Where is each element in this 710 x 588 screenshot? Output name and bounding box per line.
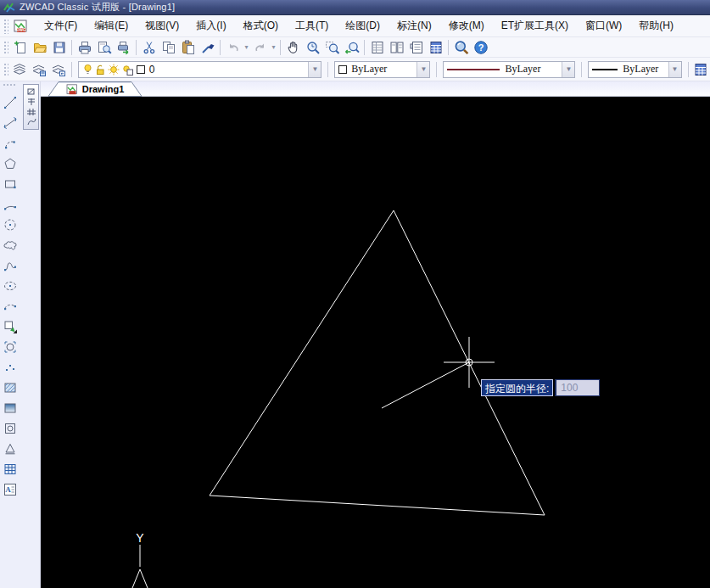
spline-button[interactable] [0,255,20,276]
linetype-combo[interactable]: ByLayer ▼ [443,61,575,78]
redo-button[interactable] [250,38,270,57]
dynamic-input-value[interactable]: 100 [555,379,600,396]
menu-draw[interactable]: 绘图(D) [337,16,389,36]
search-button[interactable] [451,38,471,57]
save-button[interactable] [49,38,69,57]
match-properties-button[interactable] [198,38,217,57]
cut-button[interactable] [139,38,159,57]
layer-previous-button[interactable] [49,60,69,79]
donut-button[interactable] [0,418,20,439]
design-center-button[interactable] [387,38,406,57]
rubber-band-line [382,362,469,408]
insert-block-button[interactable] [0,316,20,337]
standard-toolbar-grip[interactable] [3,41,8,54]
arc-button[interactable] [0,194,20,215]
print-preview-button[interactable] [94,38,114,57]
circle-button[interactable] [0,215,20,235]
menu-window[interactable]: 窗口(W) [577,16,630,36]
toolbar-separator [136,40,137,55]
layer-unlock-icon[interactable] [95,64,106,76]
region-button[interactable] [0,439,20,459]
menu-edit[interactable]: 编辑(E) [86,16,137,36]
lineweight-combo-dropdown-icon[interactable]: ▼ [668,62,681,77]
color-combo-dropdown-icon[interactable]: ▼ [416,62,429,77]
drawing-canvas[interactable]: Y 指定圆的半径: 100 [41,97,710,588]
layer-combo[interactable]: 0 ▼ [78,61,322,78]
menu-dimension[interactable]: 标注(N) [389,16,440,36]
undo-dropdown-icon[interactable]: ▾ [243,43,250,51]
color-combo[interactable]: ByLayer ▼ [334,61,430,78]
hatch-button[interactable] [0,378,20,398]
zwcad-logo-icon [3,3,15,13]
layer-toolbar-grip[interactable] [3,63,8,76]
copy-button[interactable] [159,38,178,57]
pan-button[interactable] [283,38,303,57]
redo-icon [253,40,268,55]
new-button[interactable] [10,38,30,57]
rectangle-button[interactable] [0,174,20,194]
mini-tool-4-button[interactable] [25,117,37,127]
tab-drawing1[interactable]: Drawing1 [48,81,143,97]
menu-modify[interactable]: 修改(M) [440,16,493,36]
layer-combo-dropdown-icon[interactable]: ▼ [308,62,321,77]
menu-tools[interactable]: 工具(T) [287,16,337,36]
construction-line-button[interactable] [0,113,20,133]
polygon-button[interactable] [0,154,20,174]
menubar-grip[interactable] [3,19,8,34]
mini-tool-3-button[interactable] [25,107,37,117]
help-button[interactable]: ? [471,38,490,57]
undo-button[interactable] [223,38,243,57]
point-button[interactable] [0,357,20,378]
layer-properties-button[interactable] [10,60,30,79]
mini-tool-3-icon [26,108,36,116]
print-preview-icon [97,40,112,55]
menu-format[interactable]: 格式(O) [235,16,287,36]
tool-palettes-button[interactable] [406,38,426,57]
layer-properties-icon [12,62,27,77]
layer-bulb-icon[interactable] [82,64,93,76]
layer-states-button[interactable] [30,60,49,79]
paste-button[interactable] [178,38,198,57]
redo-dropdown-icon[interactable]: ▾ [270,43,277,51]
mtext-button[interactable]: A [0,479,20,500]
menu-file[interactable]: 文件(F) [36,16,86,36]
construction-line-icon [3,115,18,131]
ellipse-arc-button[interactable] [0,296,20,316]
draw-toolbar-grip[interactable] [3,83,16,87]
layer-sun-viewport-icon[interactable] [121,64,133,76]
zoom-window-button[interactable] [322,38,342,57]
mini-tool-2-button[interactable] [25,97,37,107]
properties-button[interactable] [367,38,387,57]
print-icon [77,40,92,55]
menu-et-tools[interactable]: ET扩展工具(X) [493,16,577,36]
save-icon [52,40,67,55]
menu-insert[interactable]: 插入(I) [187,16,234,36]
make-block-button[interactable] [0,337,20,357]
gradient-button[interactable] [0,398,20,418]
quick-calc-button[interactable] [691,60,710,79]
print-button[interactable] [75,38,94,57]
title-bar[interactable]: ZWCAD Classic 试用版 - [Drawing1] [0,0,710,15]
revision-cloud-button[interactable] [0,235,20,255]
publish-button[interactable] [114,38,133,57]
table-button[interactable] [0,459,20,479]
cut-icon [142,40,157,55]
zoom-previous-button[interactable] [342,38,361,57]
zoom-realtime-icon [305,40,321,55]
open-button[interactable] [30,38,49,57]
linetype-combo-dropdown-icon[interactable]: ▼ [562,62,574,77]
polyline-button[interactable] [0,133,20,154]
gradient-icon [3,400,18,416]
zoom-realtime-button[interactable] [303,38,322,57]
properties-icon [370,40,385,55]
layer-states-icon [31,62,47,77]
menu-view[interactable]: 视图(V) [137,16,187,36]
menu-help[interactable]: 帮助(H) [630,16,682,36]
layer-sun-icon[interactable] [108,64,120,76]
quick-calc-button[interactable] [426,38,445,57]
mini-tool-1-button[interactable] [25,87,37,97]
ellipse-button[interactable] [0,276,20,296]
linetype-combo-value: ByLayer [505,63,540,76]
lineweight-combo[interactable]: ByLayer ▼ [588,61,681,78]
line-button[interactable] [0,92,20,113]
